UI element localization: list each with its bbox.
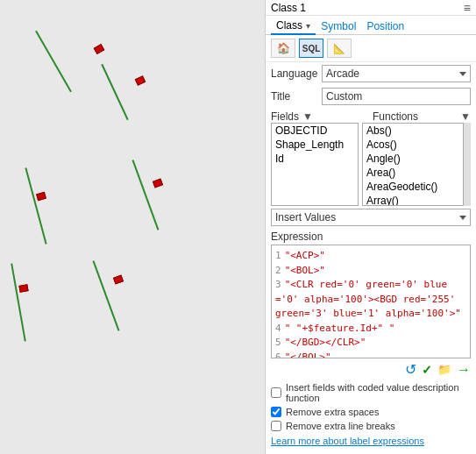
expression-label: Expression xyxy=(266,229,476,245)
sql-icon-btn[interactable]: SQL xyxy=(299,39,323,58)
expr-line-4: 4" "+$feature.Id+" " xyxy=(275,322,466,337)
remove-spaces-label: Remove extra spaces xyxy=(286,407,379,417)
house-icon-btn[interactable]: 🏠 xyxy=(271,39,295,58)
right-panel: Class 1 ≡ Class ▾ Symbol Position 🏠 SQL … xyxy=(265,0,476,454)
map-canvas xyxy=(0,0,265,454)
learn-more-row: Learn more about label expressions xyxy=(266,433,476,449)
tab-symbol[interactable]: Symbol xyxy=(316,18,361,34)
language-select[interactable]: Arcade Python VBScript JScript xyxy=(322,65,471,82)
title-row: Title xyxy=(266,85,476,108)
icon-toolbar: 🏠 SQL 📐 xyxy=(266,35,476,62)
fields-functions-area: OBJECTID Shape_Length Id Abs() Acos() An… xyxy=(266,123,476,206)
title-label: Title xyxy=(271,90,316,103)
run-button[interactable]: → xyxy=(457,362,471,378)
fn-area-geodetic[interactable]: AreaGeodetic() xyxy=(363,180,463,194)
checkbox-row-2: Remove extra spaces xyxy=(266,405,476,419)
expression-editor[interactable]: 1"<ACP>" 2"<BOL>" 3"<CLR red='0' green='… xyxy=(271,245,471,358)
expr-line-1: 1"<ACP>" xyxy=(275,249,466,264)
expr-line-2: 2"<BOL>" xyxy=(275,264,466,279)
fn-abs[interactable]: Abs() xyxy=(363,124,463,138)
insert-values-row: Insert Values xyxy=(266,206,476,229)
fields-list[interactable]: OBJECTID Shape_Length Id xyxy=(271,123,359,206)
insert-values-select[interactable]: Insert Values xyxy=(271,209,471,226)
expression-toolbar: ↺ ✓ 📁 → xyxy=(266,358,476,380)
functions-label: Functions xyxy=(373,110,460,123)
menu-icon[interactable]: ≡ xyxy=(464,1,471,15)
fields-filter-icon[interactable]: ▼ xyxy=(302,110,313,123)
fields-label: Fields xyxy=(271,110,299,123)
coded-value-checkbox[interactable] xyxy=(271,387,281,398)
top-bar: Class 1 ≡ xyxy=(266,0,476,16)
tab-class[interactable]: Class ▾ xyxy=(271,18,316,35)
expression-icon-btn[interactable]: 📐 xyxy=(327,39,352,58)
open-file-button[interactable]: 📁 xyxy=(437,363,451,376)
remove-breaks-checkbox[interactable] xyxy=(271,421,281,431)
remove-breaks-label: Remove extra line breaks xyxy=(286,421,395,431)
field-id[interactable]: Id xyxy=(272,152,358,166)
fn-array[interactable]: Array() xyxy=(363,194,463,206)
tab-position[interactable]: Position xyxy=(361,18,409,34)
functions-filter-icon[interactable]: ▼ xyxy=(460,110,471,123)
language-row: Language Arcade Python VBScript JScript xyxy=(266,62,476,85)
field-shape-length[interactable]: Shape_Length xyxy=(272,138,358,152)
fn-acos[interactable]: Acos() xyxy=(363,138,463,152)
functions-list[interactable]: Abs() Acos() Angle() Area() AreaGeodetic… xyxy=(362,123,464,206)
tabs-row: Class ▾ Symbol Position xyxy=(266,16,476,35)
checkbox-row-1: Insert fields with coded value descripti… xyxy=(266,380,476,405)
tab-class-dropdown[interactable]: ▾ xyxy=(306,21,310,31)
verify-button[interactable]: ✓ xyxy=(422,363,432,377)
fn-angle[interactable]: Angle() xyxy=(363,152,463,166)
field-objectid[interactable]: OBJECTID xyxy=(272,124,358,138)
checkbox-row-3: Remove extra line breaks xyxy=(266,419,476,433)
fn-area[interactable]: Area() xyxy=(363,166,463,180)
undo-button[interactable]: ↺ xyxy=(405,361,416,378)
title-input[interactable] xyxy=(322,88,471,105)
functions-scrollbar[interactable] xyxy=(464,123,471,206)
remove-spaces-checkbox[interactable] xyxy=(271,407,281,417)
expr-line-5: 5"</BGD></CLR>" xyxy=(275,336,466,351)
coded-value-label: Insert fields with coded value descripti… xyxy=(286,382,471,403)
language-label: Language xyxy=(271,67,316,80)
panel-title: Class 1 xyxy=(271,2,306,14)
expr-line-3: 3"<CLR red='0' green='0' blue='0' alpha=… xyxy=(275,278,466,322)
learn-more-link[interactable]: Learn more about label expressions xyxy=(271,436,424,446)
expr-line-6: 6"</BOL>" xyxy=(275,351,466,359)
